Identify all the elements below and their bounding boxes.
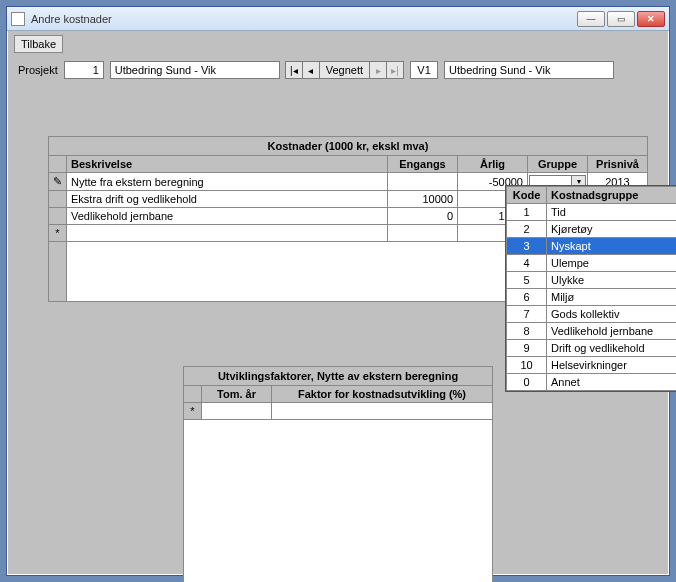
- costs-title: Kostnader (1000 kr, ekskl mva): [48, 136, 648, 155]
- back-button[interactable]: Tilbake: [14, 35, 63, 53]
- list-item[interactable]: 4Ulempe: [507, 255, 677, 272]
- row-indicator-editing-icon: ✎: [49, 173, 67, 191]
- titlebar[interactable]: Andre kostnader — ▭ ✕: [7, 7, 669, 31]
- app-icon: [11, 12, 25, 26]
- col-arlig[interactable]: Årlig: [458, 156, 528, 173]
- col-kode: Kode: [507, 187, 547, 204]
- gruppe-dropdown-list[interactable]: Kode Kostnadsgruppe 1Tid 2Kjøretøy 3Nysk…: [505, 185, 676, 392]
- col-faktor[interactable]: Faktor for kostnadsutvikling (%): [272, 386, 493, 403]
- cell-engangs[interactable]: 0: [388, 208, 458, 225]
- col-beskrivelse[interactable]: Beskrivelse: [67, 156, 388, 173]
- dev-panel: Utviklingsfaktorer, Nytte av ekstern ber…: [183, 366, 493, 582]
- window-title: Andre kostnader: [31, 13, 112, 25]
- cell-faktor[interactable]: [272, 403, 493, 420]
- minimize-button[interactable]: —: [577, 11, 605, 27]
- nav-group: |◂ ◂ Vegnett ▸ ▸|: [286, 61, 404, 79]
- list-item[interactable]: 8Vedlikehold jernbane: [507, 323, 677, 340]
- col-kostnadsgruppe: Kostnadsgruppe: [547, 187, 677, 204]
- new-row-marker: *: [184, 403, 202, 420]
- dev-empty-area: [183, 420, 493, 582]
- cell-engangs[interactable]: 10000: [388, 191, 458, 208]
- close-button[interactable]: ✕: [637, 11, 665, 27]
- toolbar: Tilbake: [8, 31, 668, 57]
- client-area: Tilbake Prosjekt 1 Utbedring Sund - Vik …: [8, 31, 668, 574]
- cell-beskrivelse[interactable]: Nytte fra ekstern beregning: [67, 173, 388, 191]
- list-item-selected[interactable]: 3Nyskapt: [507, 238, 677, 255]
- vegnett-name-field[interactable]: Utbedring Sund - Vik: [444, 61, 614, 79]
- vegnett-code-field[interactable]: V1: [410, 61, 438, 79]
- dropdown-header: Kode Kostnadsgruppe: [507, 187, 677, 204]
- nav-last-button[interactable]: ▸|: [386, 61, 404, 79]
- nav-first-button[interactable]: |◂: [285, 61, 303, 79]
- project-row: Prosjekt 1 Utbedring Sund - Vik |◂ ◂ Veg…: [8, 57, 668, 83]
- project-name-field[interactable]: Utbedring Sund - Vik: [110, 61, 280, 79]
- col-prisniva[interactable]: Prisnivå: [588, 156, 648, 173]
- list-item[interactable]: 6Miljø: [507, 289, 677, 306]
- new-row-marker: *: [49, 225, 67, 242]
- cell-beskrivelse[interactable]: Ekstra drift og vedlikehold: [67, 191, 388, 208]
- costs-header-row: Beskrivelse Engangs Årlig Gruppe Prisniv…: [49, 156, 648, 173]
- list-item[interactable]: 2Kjøretøy: [507, 221, 677, 238]
- vegnett-button[interactable]: Vegnett: [319, 61, 370, 79]
- cell-engangs[interactable]: [388, 173, 458, 191]
- dev-header-row: Tom. år Faktor for kostnadsutvikling (%): [184, 386, 493, 403]
- cell-tomar[interactable]: [202, 403, 272, 420]
- col-engangs[interactable]: Engangs: [388, 156, 458, 173]
- list-item[interactable]: 9Drift og vedlikehold: [507, 340, 677, 357]
- nav-next-button[interactable]: ▸: [369, 61, 387, 79]
- table-new-row[interactable]: *: [184, 403, 493, 420]
- col-gruppe[interactable]: Gruppe: [528, 156, 588, 173]
- list-item[interactable]: 1Tid: [507, 204, 677, 221]
- nav-prev-button[interactable]: ◂: [302, 61, 320, 79]
- dev-table[interactable]: Tom. år Faktor for kostnadsutvikling (%)…: [183, 385, 493, 420]
- col-tomar[interactable]: Tom. år: [202, 386, 272, 403]
- list-item[interactable]: 7Gods kollektiv: [507, 306, 677, 323]
- list-item[interactable]: 0Annet: [507, 374, 677, 391]
- maximize-button[interactable]: ▭: [607, 11, 635, 27]
- project-label: Prosjekt: [18, 64, 58, 76]
- dev-title: Utviklingsfaktorer, Nytte av ekstern ber…: [183, 366, 493, 385]
- list-item[interactable]: 10Helsevirkninger: [507, 357, 677, 374]
- list-item[interactable]: 5Ulykke: [507, 272, 677, 289]
- window-frame: Andre kostnader — ▭ ✕ Tilbake Prosjekt 1…: [6, 6, 670, 576]
- cell-beskrivelse[interactable]: Vedlikehold jernbane: [67, 208, 388, 225]
- project-number-field[interactable]: 1: [64, 61, 104, 79]
